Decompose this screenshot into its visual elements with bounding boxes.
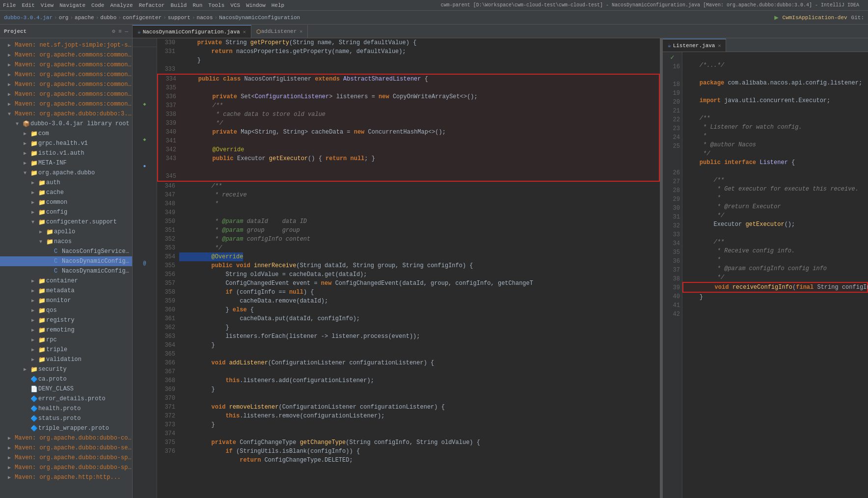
tree-item-maven-dubbo-serializa[interactable]: ▶ Maven: org.apache.dubbo:dubbo-serializ… — [0, 443, 132, 453]
code-line[interactable] — [179, 394, 187, 403]
breadcrumb-nacos[interactable]: nacos — [197, 15, 213, 21]
run-btn[interactable]: ▶ — [774, 13, 778, 22]
tree-item-remoting[interactable]: ▶ 📁 remoting — [0, 325, 132, 335]
code-line[interactable]: * @param group group — [179, 226, 300, 235]
right-code-line[interactable]: * @return Executor — [682, 202, 781, 211]
tree-item-triple-proto[interactable]: ▶ 🔷 triple_wrapper.proto — [0, 423, 132, 433]
breadcrumb-support[interactable]: support — [168, 15, 190, 21]
breadcrumb-apache[interactable]: apache — [75, 15, 94, 21]
breadcrumb-dubbo[interactable]: dubbo-3.0.4.jar — [4, 15, 53, 21]
menu-window[interactable]: Window — [246, 2, 266, 8]
tree-item-maven-http[interactable]: ▶ Maven: org.apache.http:http... — [0, 472, 132, 482]
breadcrumb-configcenter[interactable]: configcenter — [123, 15, 162, 21]
code-line[interactable]: } else { — [179, 305, 254, 314]
tree-item-nacos-dynamic1[interactable]: ▶ C NacosDynamicConfigura... — [0, 256, 132, 266]
right-code-line[interactable]: package com.alibaba.nacos.api.config.lis… — [682, 79, 862, 87]
tree-item-config[interactable]: ▶ 📁 config — [0, 207, 132, 217]
code-line[interactable]: * @param configInfo content — [179, 235, 310, 244]
right-code-line[interactable]: * — [682, 132, 706, 140]
code-line[interactable] — [180, 172, 188, 181]
tree-item-status-proto[interactable]: ▶ 🔷 status.proto — [0, 414, 132, 423]
right-code-area[interactable]: /*...*/ package com.alibaba.nacos.api.co… — [682, 52, 868, 498]
code-line[interactable]: cacheData.put(dataId, configInfo); — [179, 314, 360, 323]
code-line[interactable]: } — [179, 323, 229, 332]
tree-item-maven-commons2[interactable]: ▶ Maven: org.apache.commons:commons-co — [0, 60, 132, 70]
tree-item-maven-dubbo-common[interactable]: ▶ Maven: org.apache.dubbo:dubbo-commo — [0, 433, 132, 443]
code-line[interactable]: String oldValue = cacheData.get(dataId); — [179, 270, 367, 279]
code-line[interactable]: if (StringUtils.isBlank(configInfo)) { — [179, 447, 360, 456]
tab-nacos-dynamic-config[interactable]: ☕ NacosDynamicConfiguration.java ✕ — [133, 25, 251, 38]
right-code-line[interactable]: * — [682, 194, 721, 202]
right-code-line[interactable]: * Listener for watch config. — [682, 123, 802, 132]
breadcrumb-class[interactable]: NacosDynamicConfiguration — [219, 15, 300, 21]
right-code-line[interactable]: * — [682, 255, 721, 264]
right-code-line[interactable]: import java.util.concurrent.Executor; — [682, 96, 830, 105]
code-line[interactable]: * cache data to store old value — [180, 110, 326, 119]
code-line[interactable]: if (configInfo == null) { — [179, 288, 314, 297]
code-line[interactable]: */ — [180, 119, 223, 128]
sidebar-controls[interactable]: ⚙ ≡ — — [112, 28, 128, 34]
right-code-line[interactable]: } — [682, 293, 703, 302]
code-line[interactable]: return ConfigChangeType.DELETED; — [179, 456, 353, 465]
code-line[interactable]: * receive — [179, 191, 247, 199]
right-code-line[interactable]: * @param configInfo config info — [682, 264, 827, 273]
tree-item-ca-proto[interactable]: ▶ 🔷 ca.proto — [0, 374, 132, 384]
tree-item-configcenter[interactable]: ▼ 📁 configcenter.support — [0, 217, 132, 227]
tree-item-maven-dubbo-spring2[interactable]: ▶ Maven: org.apache.dubbo:dubbo-spring-b — [0, 463, 132, 472]
tree-item-registry[interactable]: ▶ 📁 registry — [0, 315, 132, 325]
right-code-line[interactable] — [682, 87, 689, 96]
tree-item-security[interactable]: ▶ 📁 security — [0, 364, 132, 374]
tab-close-listener[interactable]: ✕ — [718, 43, 721, 49]
code-line[interactable] — [179, 350, 187, 359]
tree-item-jar-root[interactable]: ▼ 📦 dubbo-3.0.4.jar library root — [0, 119, 132, 129]
code-line[interactable]: /** — [180, 101, 223, 110]
sidebar-tree[interactable]: ▶ Maven: net.sf.jopt-simple:jopt-simple:… — [0, 38, 132, 498]
tree-item-auth[interactable]: ▶ 📁 auth — [0, 178, 132, 188]
code-line[interactable] — [180, 163, 188, 172]
right-code-line[interactable]: /** — [682, 176, 724, 185]
right-code-line[interactable] — [682, 302, 689, 310]
code-line[interactable]: this.listeners.remove(configurationListe… — [179, 412, 384, 420]
tree-item-nacos-dynamic2[interactable]: ▶ C NacosDynamicConfigura... — [0, 266, 132, 276]
tree-item-qos[interactable]: ▶ 📁 qos — [0, 305, 132, 315]
menu-navigate[interactable]: Navigate — [59, 2, 85, 8]
code-line[interactable] — [180, 83, 188, 92]
menu-analyze[interactable]: Analyze — [110, 2, 133, 8]
tree-item-monitor[interactable]: ▶ 📁 monitor — [0, 296, 132, 305]
code-line[interactable]: } — [179, 56, 201, 65]
code-line[interactable]: public Executor getExecutor() { return n… — [180, 154, 375, 163]
code-line[interactable]: * @param dataId data ID — [179, 217, 307, 226]
code-line[interactable]: } — [179, 385, 215, 394]
tree-item-maven-commons3[interactable]: ▶ Maven: org.apache.commons:commons-ex — [0, 70, 132, 80]
code-line[interactable]: public void innerReceive(String dataId, … — [179, 261, 473, 270]
right-code-line[interactable]: /*...*/ — [682, 61, 724, 70]
menu-run[interactable]: Run — [192, 2, 202, 8]
tab-close-addlistener[interactable]: ✕ — [299, 28, 302, 34]
code-line[interactable] — [179, 65, 187, 74]
tab-close-main[interactable]: ✕ — [243, 29, 246, 35]
tree-item-deny-class[interactable]: ▶ 📄 DENY_CLASS — [0, 384, 132, 394]
right-code-line[interactable]: * @author Nacos — [682, 140, 756, 149]
menu-tools[interactable]: Tools — [208, 2, 224, 8]
tree-item-rpc[interactable]: ▶ 📁 rpc — [0, 335, 132, 345]
right-code-line[interactable]: void receiveConfigInfo(final String conf… — [683, 283, 868, 292]
code-line[interactable]: } — [179, 341, 215, 350]
code-line[interactable]: @Override — [179, 252, 243, 261]
code-line[interactable]: ConfigChangedEvent event = new ConfigCha… — [179, 279, 533, 288]
menu-refactor[interactable]: Refactor — [139, 2, 165, 8]
code-line[interactable]: } — [179, 420, 215, 429]
code-line[interactable]: private Map<String, String> cacheData = … — [180, 128, 446, 137]
tree-item-metadata[interactable]: ▶ 📁 metadata — [0, 286, 132, 296]
right-code-line[interactable] — [682, 167, 689, 176]
menu-build[interactable]: Build — [170, 2, 187, 8]
left-code-area[interactable]: 330 private String getProperty(String na… — [157, 38, 660, 498]
tree-item-apollo[interactable]: ▶ 📁 apollo — [0, 227, 132, 237]
menu-vcs[interactable]: VCS — [230, 2, 240, 8]
code-line[interactable] — [179, 208, 187, 217]
code-line[interactable] — [180, 137, 188, 145]
tree-item-maven-commons6[interactable]: ▶ Maven: org.apache.commons:commons-po — [0, 99, 132, 109]
code-line[interactable]: private ConfigChangeType getChangeType(S… — [179, 438, 480, 447]
right-code-line[interactable]: * Get executor for execute this receive. — [682, 185, 859, 194]
tree-item-maven-commons1[interactable]: ▶ Maven: org.apache.commons:commons-co — [0, 50, 132, 60]
code-line[interactable]: private String getProperty(String name, … — [179, 38, 416, 47]
